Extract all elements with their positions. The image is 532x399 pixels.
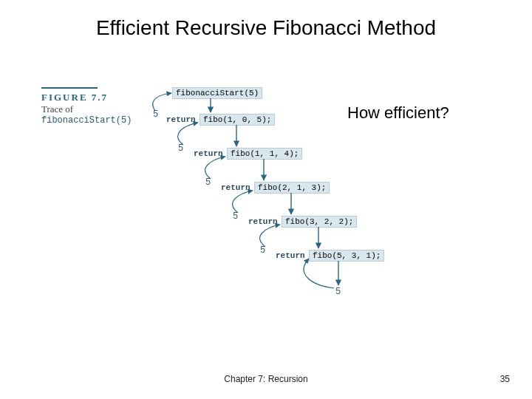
footer-chapter: Chapter 7: Recursion xyxy=(0,374,532,384)
question-text: How efficient? xyxy=(347,103,449,123)
call-start: fibonacciStart(5) xyxy=(172,87,262,99)
call-2: fibo(2, 1, 3); xyxy=(254,182,330,194)
figure-number: FIGURE 7.7 xyxy=(41,92,132,103)
figure-code: fibonacciStart(5) xyxy=(41,115,132,126)
footer-page: 35 xyxy=(500,374,510,384)
return-4: return xyxy=(276,251,305,260)
call-4: fibo(5, 3, 1); xyxy=(309,250,384,262)
slide-title: Efficient Recursive Fibonacci Method xyxy=(0,16,532,40)
figure-rule xyxy=(41,87,98,89)
figure-label: FIGURE 7.7 Trace of fibonacciStart(5) xyxy=(41,92,132,126)
call-1: fibo(1, 1, 4); xyxy=(227,148,302,160)
return-0: return xyxy=(166,115,196,124)
call-0: fibo(1, 0, 5); xyxy=(200,114,275,126)
result-2: 5 xyxy=(205,177,211,188)
figure-caption: Trace of xyxy=(41,103,132,115)
call-3: fibo(3, 2, 2); xyxy=(282,216,357,228)
final-result: 5 xyxy=(335,287,341,297)
result-0: 5 xyxy=(153,109,158,120)
result-1: 5 xyxy=(178,143,183,154)
result-4: 5 xyxy=(260,245,265,256)
return-2: return xyxy=(221,183,250,192)
result-3: 5 xyxy=(233,211,238,222)
trace-arrows xyxy=(0,0,532,399)
return-1: return xyxy=(194,149,223,158)
return-3: return xyxy=(248,217,278,226)
